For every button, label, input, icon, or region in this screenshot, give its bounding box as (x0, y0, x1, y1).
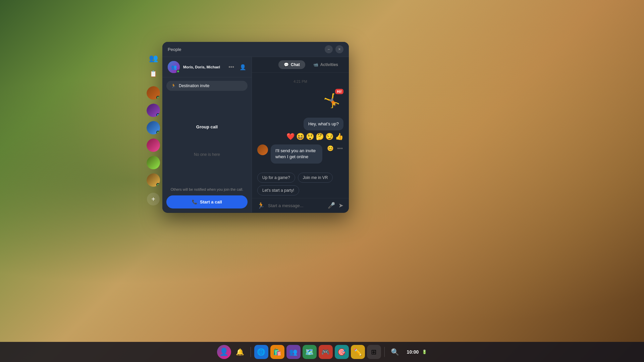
destination-invite-label: Destination invite (179, 83, 209, 88)
sidebar-avatar-1[interactable] (146, 85, 161, 100)
people-icon[interactable]: 👥 (147, 52, 160, 65)
group-call-label: Group call (196, 124, 218, 129)
message-bubble-1: Hey, what's up? (304, 118, 343, 130)
taskbar-divider-2 (384, 347, 385, 357)
sidebar-avatar-2[interactable] (146, 103, 161, 118)
reaction-wow[interactable]: 😲 (306, 132, 314, 140)
message-input[interactable] (268, 203, 324, 208)
reaction-row: ❤️ 😆 😲 🤔 😏 👍 (286, 132, 343, 140)
destination-invite-input-button[interactable]: 🏃 (257, 202, 265, 209)
message-bubble-2: I'll send you an invite when I get onlin… (271, 144, 322, 163)
call-section: 👥 Moris, Doris, Michael ••• 👤 🏃 Destinat… (162, 57, 252, 213)
taskbar-icon-store[interactable]: 🛍️ (270, 345, 284, 359)
close-button[interactable]: × (335, 45, 343, 53)
window-body: 👥 Moris, Doris, Michael ••• 👤 🏃 Destinat… (162, 57, 349, 213)
chat-timestamp: 4:21 PM (257, 79, 343, 83)
sidebar-avatar-5[interactable] (146, 155, 161, 170)
chat-messages: 4:21 PM 🤸 Hi! Hey, what's up? (252, 73, 349, 170)
group-name: Moris, Doris, Michael (183, 65, 223, 69)
sidebar-avatar-4[interactable] (146, 138, 161, 153)
sidebar-left: 👥 📋 + (146, 52, 161, 205)
taskbar-icon-globe[interactable]: 🌐 (254, 345, 268, 359)
taskbar-icon-grid[interactable]: ⊞ (367, 345, 381, 359)
taskbar-icon-app1[interactable]: 🎯 (335, 345, 349, 359)
call-notify-text: Others will be notified when you join th… (162, 187, 252, 192)
sender-avatar (257, 144, 268, 155)
chat-section: 💬 Chat 📹 Activities 4:21 PM 🤸 Hi! (252, 57, 349, 213)
activities-label: Activities (320, 62, 338, 67)
vr-avatar: 🤸 Hi! (320, 89, 343, 112)
start-call-label: Start a call (200, 199, 222, 204)
chat-input-bar: 🏃 🎤 ➤ (252, 198, 349, 213)
message-more-button[interactable]: ••• (336, 145, 343, 152)
minimize-button[interactable]: − (325, 45, 333, 53)
destination-icon: 🏃 (171, 83, 176, 88)
emoji-reaction-button[interactable]: 😊 (326, 144, 334, 152)
more-options-button[interactable]: ••• (226, 63, 236, 71)
sidebar-avatar-3[interactable] (146, 120, 161, 135)
taskbar: 👤 🔔 🌐 🛍️ 👥 🗺️ 🎮 🎯 ✏️ ⊞ 🔍 10:00 🔋 (0, 342, 644, 362)
reaction-thumbs[interactable]: 👍 (335, 132, 343, 140)
taskbar-icon-pencil[interactable]: ✏️ (351, 345, 365, 359)
taskbar-battery: 🔋 (422, 350, 427, 354)
taskbar-search[interactable]: 🔍 (388, 345, 402, 359)
add-contact-button[interactable]: + (147, 193, 160, 205)
message-actions: 😊 ••• (326, 144, 343, 152)
group-info-bar: 👥 Moris, Doris, Michael ••• 👤 (162, 57, 252, 77)
hi-badge: Hi! (335, 89, 343, 94)
message-row-incoming: I'll send you an invite when I get onlin… (257, 144, 343, 163)
quick-reply-vr[interactable]: Join me in VR (298, 173, 333, 183)
add-person-button[interactable]: 👤 (239, 64, 246, 70)
window-header: People − × (162, 42, 349, 57)
reaction-laugh[interactable]: 😆 (296, 132, 305, 140)
phone-icon: 📞 (192, 199, 197, 204)
group-call-area: Group call No one is here (162, 94, 252, 187)
quick-reply-party[interactable]: Let's start a party! (257, 185, 299, 195)
chat-tab-label: Chat (291, 62, 300, 67)
quick-replies: Up for a game? Join me in VR Let's start… (252, 170, 349, 198)
chat-tab-button[interactable]: 💬 Chat (278, 60, 305, 69)
taskbar-bell[interactable]: 🔔 (233, 345, 247, 359)
taskbar-icon-game[interactable]: 🎮 (319, 345, 333, 359)
microphone-button[interactable]: 🎤 (328, 202, 335, 209)
taskbar-divider-1 (251, 347, 251, 357)
window-title: People (168, 47, 181, 52)
send-button[interactable]: ➤ (338, 202, 343, 209)
chat-tab-icon: 💬 (284, 62, 289, 67)
taskbar-icon-map[interactable]: 🗺️ (303, 345, 317, 359)
message-row-outgoing: Hey, what's up? (257, 118, 343, 130)
taskbar-avatar[interactable]: 👤 (217, 345, 231, 359)
reaction-think[interactable]: 🤔 (316, 132, 324, 140)
people-window: People − × 👥 Moris, Doris, Michael ••• 👤 (162, 42, 349, 213)
start-call-button[interactable]: 📞 Start a call (166, 195, 248, 208)
group-avatar: 👥 (168, 61, 180, 73)
activities-icon: 📹 (313, 62, 318, 67)
destination-invite-button[interactable]: 🏃 Destination invite (166, 81, 248, 91)
destination-invite-bar: 🏃 Destination invite (166, 81, 248, 91)
reaction-heart[interactable]: ❤️ (286, 132, 295, 140)
reaction-smirk[interactable]: 😏 (325, 132, 334, 140)
window-controls: − × (325, 45, 343, 53)
no-one-here-label: No one is here (194, 152, 220, 157)
quick-reply-game[interactable]: Up for a game? (257, 173, 295, 183)
activities-tab-button[interactable]: 📹 Activities (308, 60, 343, 69)
taskbar-icon-people[interactable]: 👥 (286, 345, 301, 359)
sidebar-avatar-6[interactable] (146, 173, 161, 187)
contacts-icon[interactable]: 📋 (147, 67, 160, 80)
chat-header: 💬 Chat 📹 Activities (252, 57, 349, 73)
message-text-2: I'll send you an invite when I get onlin… (275, 148, 316, 159)
message-text-1: Hey, what's up? (308, 121, 339, 126)
taskbar-time: 10:00 (407, 349, 419, 355)
